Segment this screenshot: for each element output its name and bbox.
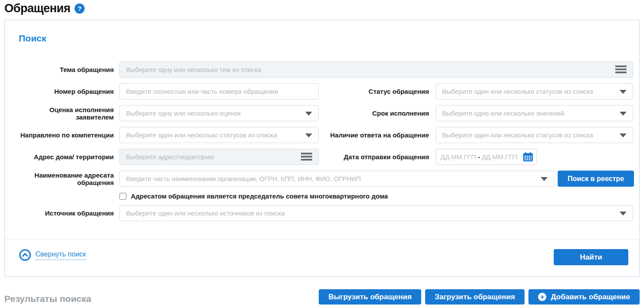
row-addressee: Наименование адресата обращения Введите … [18,171,639,187]
panel-footer: Свернуть поиск Найти [5,249,639,265]
status-placeholder: Выберите один или несколько статусов из … [442,88,593,95]
search-form: Тема обращения Выберите одну или несколь… [5,62,639,227]
sent-date-label: Дата отправки обращения [319,149,429,165]
find-button[interactable]: Найти [554,249,628,265]
chevron-down-icon [620,133,627,137]
row-source: Источник обращения Выберите один или нес… [18,205,639,221]
help-icon[interactable]: ? [75,3,85,14]
row-forwarded-answered: Направлено по компетенции Выберите один … [18,127,639,143]
answered-placeholder: Выберите один или несколько статусов из … [442,131,593,139]
date-range-separator: - [478,154,480,161]
calendar-icon[interactable] [523,152,533,161]
page-header: Обращения ? [4,2,85,15]
chevron-down-icon [541,177,548,181]
page-title: Обращения [4,2,70,15]
results-actions: Выгрузить обращения Загрузить обращения … [319,289,640,305]
address-label: Адрес дома/ территории [18,149,114,165]
forwarded-select[interactable]: Выберите один или несколько статусов из … [119,127,319,143]
chevron-down-icon [305,133,312,137]
row-number-status: Номер обращения Статус обращения Выберит… [18,83,639,99]
addressee-placeholder: Введите часть наименования организации, … [126,175,361,182]
plus-circle-icon: + [538,293,546,301]
addressee-combobox[interactable]: Введите часть наименования организации, … [119,171,554,187]
list-picker-icon[interactable] [615,65,627,73]
chevron-down-icon [620,212,627,216]
search-panel-heading: Поиск [19,33,46,44]
chairman-checkbox-label: Адресатом обращения является председател… [131,192,388,200]
export-appeals-button[interactable]: Выгрузить обращения [319,289,421,305]
collapse-search-label: Свернуть поиск [35,250,86,260]
answered-select[interactable]: Выберите один или несколько статусов из … [436,127,633,143]
sent-date-to-input[interactable] [482,153,518,161]
search-panel: Поиск Тема обращения Выберите одну или н… [4,20,640,277]
chevron-up-circle-icon [19,249,31,261]
source-placeholder: Выберите один или несколько источников и… [126,209,285,217]
answered-label: Наличие ответа на обращение [319,127,429,143]
chevron-down-icon [620,112,627,116]
collapse-search-link[interactable]: Свернуть поиск [19,249,86,261]
row-address-date: Адрес дома/ территории Выберите адрес/те… [18,149,639,165]
sent-date-range: - [436,149,537,165]
theme-label: Тема обращения [18,62,114,78]
row-rating-deadline: Оценка исполнения заявителем Выберите од… [18,105,639,121]
number-label: Номер обращения [18,83,114,99]
theme-placeholder: Выберите одну или несколько тем из списк… [126,66,261,73]
panel-divider [5,239,639,240]
row-theme: Тема обращения Выберите одну или несколь… [18,62,639,78]
status-label: Статус обращения [319,83,429,99]
rating-label: Оценка исполнения заявителем [18,105,114,121]
chevron-down-icon [620,90,627,94]
status-select[interactable]: Выберите один или несколько статусов из … [436,83,633,99]
deadline-placeholder: Выберите одно или несколько значений [442,110,564,117]
forwarded-placeholder: Выберите один или несколько статусов из … [126,131,277,139]
forwarded-label: Направлено по компетенции [18,127,114,143]
rating-placeholder: Выберите одну или несколько оценок [126,110,241,117]
import-appeals-button[interactable]: Загрузить обращения [425,289,525,305]
registry-search-button[interactable]: Поиск в реестре [558,171,634,187]
list-picker-icon[interactable] [301,153,312,161]
chairman-checkbox-row: Адресатом обращения является председател… [119,192,639,200]
sent-date-from-input[interactable] [440,153,476,161]
theme-multiselect[interactable]: Выберите одну или несколько тем из списк… [119,62,633,78]
rating-select[interactable]: Выберите одну или несколько оценок [119,105,319,121]
deadline-label: Срок исполнения [319,105,429,121]
add-appeal-label: Добавить обращение [551,293,630,301]
address-placeholder: Выберите адрес/территорию [126,153,214,161]
chairman-checkbox[interactable] [119,193,126,200]
number-input[interactable] [119,83,319,99]
results-heading: Результаты поиска [4,294,91,304]
source-label: Источник обращения [18,205,114,221]
chevron-down-icon [305,112,312,116]
source-select[interactable]: Выберите один или несколько источников и… [119,205,633,221]
address-picker[interactable]: Выберите адрес/территорию [119,149,319,165]
addressee-label: Наименование адресата обращения [18,171,114,187]
add-appeal-button[interactable]: + Добавить обращение [528,289,640,305]
deadline-select[interactable]: Выберите одно или несколько значений [436,105,633,121]
